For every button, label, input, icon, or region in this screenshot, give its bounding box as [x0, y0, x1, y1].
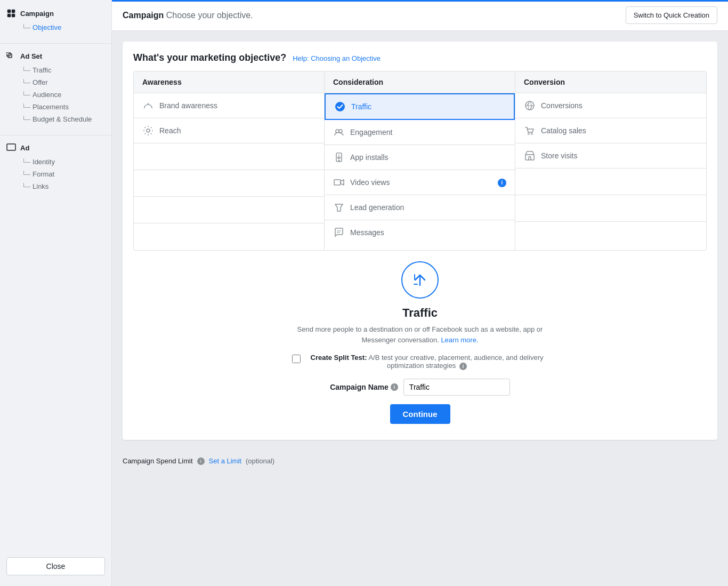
- awareness-header: Awareness: [134, 71, 324, 93]
- conversion-empty-1: [515, 168, 706, 195]
- sidebar-item-placements[interactable]: └─Placements: [6, 101, 105, 113]
- ad-icon: [6, 143, 16, 152]
- top-bar: Campaign Choose your objective. Switch t…: [112, 0, 728, 31]
- help-link[interactable]: Help: Choosing an Objective: [293, 54, 381, 62]
- objective-section: What's your marketing objective? Help: C…: [123, 42, 717, 440]
- lead-generation-icon: [333, 202, 345, 213]
- campaign-icon: [6, 9, 16, 18]
- close-btn-container: Close: [0, 547, 111, 586]
- svg-rect-6: [7, 144, 15, 150]
- conversion-column: Conversion Conversions: [515, 71, 706, 250]
- campaign-name-input[interactable]: [403, 379, 510, 396]
- campaign-spend-limit-label: Campaign Spend Limit: [123, 457, 193, 465]
- sidebar-item-links[interactable]: └─Links: [6, 180, 105, 192]
- conversions-icon: [524, 100, 536, 111]
- objective-grid: Awareness Brand awareness: [133, 71, 707, 251]
- traffic-check-icon: [334, 101, 346, 113]
- split-test-checkbox[interactable]: [292, 355, 301, 363]
- video-views-icon: [333, 176, 345, 188]
- svg-point-31: [531, 133, 533, 135]
- traffic-title: Traffic: [133, 306, 707, 320]
- brand-awareness-label: Brand awareness: [159, 101, 217, 110]
- sidebar-item-offer[interactable]: └─Offer: [6, 76, 105, 89]
- learn-more-link[interactable]: Learn more.: [441, 336, 478, 344]
- traffic-detail: Traffic Send more people to a destinatio…: [133, 251, 707, 429]
- awareness-empty-3: [134, 197, 324, 223]
- traffic-description: Send more people to a destination on or …: [287, 324, 553, 345]
- engagement-item[interactable]: Engagement: [325, 120, 515, 145]
- svg-rect-2: [7, 14, 11, 17]
- campaign-footer: Campaign Spend Limit i Set a Limit (opti…: [112, 451, 728, 471]
- svg-line-16: [151, 133, 151, 134]
- objective-heading-row: What's your marketing objective? Help: C…: [133, 52, 707, 63]
- campaign-name-label: Campaign Name i: [330, 383, 398, 391]
- sidebar: Campaign └─Objective Ad Set └─Traffic └─…: [0, 0, 112, 586]
- video-views-info[interactable]: i: [498, 178, 506, 187]
- svg-point-10: [147, 129, 150, 132]
- campaign-header: Campaign: [6, 5, 105, 21]
- adset-header: Ad Set: [6, 48, 105, 64]
- consideration-column: Consideration Traffic: [325, 71, 515, 250]
- quick-creation-button[interactable]: Switch to Quick Creation: [626, 6, 717, 24]
- campaign-name-info-icon[interactable]: i: [391, 383, 398, 391]
- sidebar-item-objective[interactable]: └─Objective: [6, 21, 105, 34]
- ad-section: Ad └─Identity └─Format └─Links: [0, 140, 111, 192]
- traffic-item[interactable]: Traffic: [325, 93, 515, 120]
- spend-limit-info-icon[interactable]: i: [197, 457, 205, 465]
- lead-generation-item[interactable]: Lead generation: [325, 195, 515, 220]
- awareness-empty-2: [134, 170, 324, 197]
- close-button[interactable]: Close: [6, 557, 105, 575]
- store-visits-item[interactable]: Store visits: [515, 143, 706, 168]
- video-views-item[interactable]: Video views i: [325, 170, 515, 195]
- ad-label: Ad: [20, 144, 29, 152]
- svg-line-18: [145, 133, 145, 134]
- svg-line-15: [145, 127, 145, 128]
- awareness-empty-4: [134, 223, 324, 250]
- catalog-sales-label: Catalog sales: [541, 126, 586, 135]
- campaign-name-row: Campaign Name i: [133, 379, 707, 396]
- adset-label: Ad Set: [20, 52, 42, 60]
- sidebar-item-audience[interactable]: └─Audience: [6, 89, 105, 101]
- store-visits-label: Store visits: [541, 151, 577, 160]
- awareness-empty-1: [134, 143, 324, 170]
- awareness-column: Awareness Brand awareness: [134, 71, 325, 250]
- store-visits-icon: [524, 150, 536, 162]
- optional-label: (optional): [246, 457, 274, 465]
- svg-point-30: [528, 133, 530, 135]
- split-test-text: Create Split Test: A/B test your creativ…: [306, 354, 548, 370]
- adset-icon: [6, 51, 16, 61]
- continue-button[interactable]: Continue: [390, 404, 450, 424]
- divider-2: [0, 135, 111, 135]
- reach-item[interactable]: Reach: [134, 118, 324, 143]
- app-installs-item[interactable]: App installs: [325, 145, 515, 170]
- sidebar-item-traffic[interactable]: └─Traffic: [6, 64, 105, 76]
- messages-item[interactable]: Messages: [325, 220, 515, 245]
- ad-header: Ad: [6, 140, 105, 156]
- sidebar-item-identity[interactable]: └─Identity: [6, 156, 105, 168]
- svg-rect-3: [12, 14, 15, 17]
- svg-rect-1: [12, 10, 15, 13]
- svg-point-21: [339, 130, 342, 133]
- app-installs-icon: [333, 151, 345, 163]
- catalog-sales-icon: [524, 125, 536, 137]
- catalog-sales-item[interactable]: Catalog sales: [515, 118, 706, 143]
- conversion-empty-2: [515, 195, 706, 222]
- svg-point-19: [335, 102, 345, 111]
- video-views-label: Video views: [350, 178, 390, 187]
- reach-icon: [142, 125, 154, 137]
- adset-section: Ad Set └─Traffic └─Offer └─Audience └─Pl…: [0, 48, 111, 125]
- app-installs-label: App installs: [350, 153, 389, 162]
- sidebar-item-budget[interactable]: └─Budget & Schedule: [6, 113, 105, 125]
- split-test-info[interactable]: i: [459, 362, 467, 370]
- set-limit-link[interactable]: Set a Limit: [209, 457, 241, 465]
- objective-heading: What's your marketing objective?: [133, 52, 286, 63]
- svg-point-20: [336, 130, 339, 133]
- svg-rect-0: [7, 10, 11, 13]
- sidebar-item-format[interactable]: └─Format: [6, 168, 105, 180]
- svg-rect-32: [525, 155, 534, 160]
- conversions-item[interactable]: Conversions: [515, 93, 706, 118]
- consideration-header: Consideration: [325, 71, 515, 93]
- brand-awareness-item[interactable]: Brand awareness: [134, 93, 324, 118]
- lead-generation-label: Lead generation: [350, 203, 404, 212]
- campaign-section: Campaign └─Objective: [0, 5, 111, 34]
